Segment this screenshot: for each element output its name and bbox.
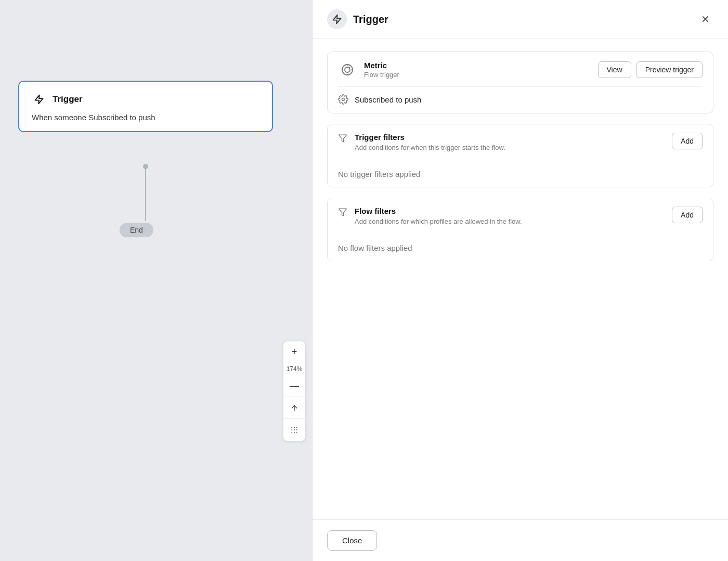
- metric-icon: [338, 60, 357, 79]
- svg-point-8: [294, 432, 295, 433]
- panel-title: Trigger: [353, 14, 388, 26]
- chart-target-icon: [341, 63, 354, 76]
- trigger-node-title: Trigger: [53, 94, 83, 105]
- flow-filters-text: Flow filters Add conditions for which pr…: [355, 207, 522, 226]
- trigger-filters-empty: No trigger filters applied: [328, 161, 713, 187]
- svg-point-6: [296, 429, 297, 430]
- metric-left: Metric Flow trigger: [338, 60, 399, 79]
- trigger-filters-header: Trigger filters Add conditions for when …: [328, 124, 713, 161]
- svg-point-5: [294, 429, 295, 430]
- flow-filters-left: Flow filters Add conditions for which pr…: [338, 207, 522, 226]
- funnel-icon-flow: [338, 208, 347, 217]
- preview-trigger-button[interactable]: Preview trigger: [636, 61, 703, 78]
- metric-card: Metric Flow trigger View Preview trigger…: [327, 52, 713, 113]
- trigger-node-header: Trigger: [31, 91, 261, 108]
- flow-filters-empty: No flow filters applied: [328, 235, 713, 261]
- metric-row: Metric Flow trigger View Preview trigger: [338, 60, 703, 79]
- lightning-icon: [332, 14, 342, 24]
- end-node: End: [120, 223, 153, 237]
- close-footer-button[interactable]: Close: [327, 530, 377, 551]
- metric-text: Metric Flow trigger: [364, 61, 399, 79]
- trigger-filters-text: Trigger filters Add conditions for when …: [355, 133, 505, 152]
- svg-point-4: [291, 429, 292, 430]
- trigger-node-icon: [31, 91, 47, 108]
- metric-sublabel: Flow trigger: [364, 71, 399, 79]
- trigger-filters-add-button[interactable]: Add: [672, 133, 703, 149]
- trigger-filters-card: Trigger filters Add conditions for when …: [327, 124, 713, 187]
- flow-filters-header: Flow filters Add conditions for which pr…: [328, 198, 713, 235]
- connector-line: [143, 164, 148, 221]
- zoom-grid-button[interactable]: [283, 419, 305, 441]
- view-button[interactable]: View: [598, 61, 631, 78]
- svg-point-9: [296, 432, 297, 433]
- zoom-level: 174%: [283, 363, 305, 375]
- flow-filters-title: Flow filters: [355, 207, 522, 215]
- gear-icon: [338, 94, 348, 105]
- metric-event-row: Subscribed to push: [338, 94, 703, 105]
- flow-filters-card: Flow filters Add conditions for which pr…: [327, 198, 713, 261]
- trigger-filters-title: Trigger filters: [355, 133, 505, 142]
- svg-point-2: [294, 427, 295, 428]
- panel-body: Metric Flow trigger View Preview trigger…: [313, 39, 728, 519]
- metric-divider: [338, 86, 703, 87]
- zoom-out-button[interactable]: —: [283, 375, 305, 397]
- close-panel-button[interactable]: ✕: [697, 11, 713, 28]
- svg-point-10: [342, 65, 353, 75]
- svg-point-16: [342, 98, 345, 101]
- panel-trigger-icon: [327, 9, 347, 29]
- grid-icon: [290, 426, 298, 434]
- metric-event-label: Subscribed to push: [355, 95, 421, 104]
- trigger-filters-left: Trigger filters Add conditions for when …: [338, 133, 505, 152]
- trigger-filters-subtitle: Add conditions for when this trigger sta…: [355, 143, 505, 152]
- panel-area: Trigger ✕: [312, 0, 728, 561]
- trigger-node-desc: When someone Subscribed to push: [32, 113, 261, 122]
- zoom-reset-button[interactable]: [283, 397, 305, 419]
- metric-label: Metric: [364, 61, 399, 70]
- minus-icon: —: [290, 380, 299, 391]
- panel-header-left: Trigger: [327, 9, 388, 29]
- svg-point-1: [291, 427, 292, 428]
- canvas-area: Trigger When someone Subscribed to push …: [0, 0, 312, 561]
- metric-buttons: View Preview trigger: [598, 61, 703, 78]
- connector-dot: [143, 164, 148, 169]
- zoom-controls: + 174% —: [283, 341, 306, 441]
- panel-footer: Close: [313, 519, 728, 561]
- connector-vertical: [145, 169, 146, 221]
- flow-filters-subtitle: Add conditions for which profiles are al…: [355, 217, 522, 226]
- svg-point-7: [291, 432, 292, 433]
- svg-point-3: [296, 427, 297, 428]
- trigger-node[interactable]: Trigger When someone Subscribed to push: [18, 81, 273, 132]
- panel-header: Trigger ✕: [313, 0, 728, 39]
- zoom-in-button[interactable]: +: [283, 341, 305, 363]
- flow-filters-add-button[interactable]: Add: [672, 207, 703, 223]
- arrow-up-icon: [290, 404, 298, 412]
- funnel-icon-trigger: [338, 134, 347, 143]
